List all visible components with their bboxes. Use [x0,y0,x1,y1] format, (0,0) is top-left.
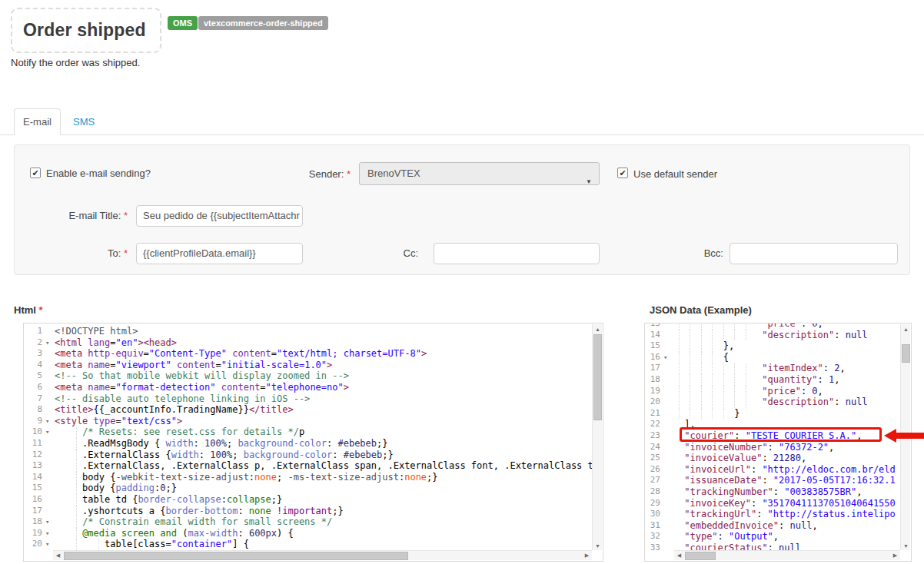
fold-gutter [663,396,673,408]
line-number: 14 [645,330,663,341]
code-text: <title>{{_accountInfo.TradingName}}</tit… [53,404,592,416]
fold-arrow-icon[interactable]: ▾ [45,539,53,550]
enable-email-checkbox[interactable]: ✔ [30,168,41,178]
indent-guide [77,539,99,550]
scroll-left-icon[interactable]: ◀ [674,551,684,560]
indent-guide [690,340,700,352]
code-text: "trackingUrl": "http://status.intelipo [673,509,900,520]
code-line: 14 "description": null [645,330,900,341]
cc-label: Cc: [367,247,418,259]
indent-guide [55,450,77,461]
line-number: 2 [24,337,45,349]
indent-guide [701,363,712,374]
fold-gutter [663,386,673,397]
indent-guide [701,330,712,341]
json-data-label: JSON Data (Example) [650,304,752,316]
hscroll-thumb[interactable] [64,552,408,560]
cc-input[interactable] [434,243,600,264]
sender-select[interactable]: BrenoVTEX ▼ [359,162,600,185]
line-number: 17 [24,506,45,517]
to-label: To: * [78,247,128,259]
code-line: 8<title>{{_accountInfo.TradingName}}</ti… [24,404,592,416]
fold-gutter [663,430,673,442]
order-shipped-template-page: Order shipped OMS vtexcommerce-order-shi… [0,0,924,564]
bcc-input[interactable] [730,243,898,264]
vscroll-thumb[interactable] [593,334,602,420]
fold-gutter [663,542,673,550]
fold-gutter [663,453,673,464]
code-line: 31 "embeddedInvoice": null, [645,520,900,532]
code-line: 17 "itemIndex": 2, [645,363,900,374]
line-number: 19 [24,528,45,539]
use-default-sender-checkbox[interactable]: ✔ [617,168,628,178]
code-text: body {padding:0;} [53,483,592,494]
fold-arrow-icon[interactable]: ▾ [45,528,53,539]
code-text: .ReadMsgBody { width: 100%; background-c… [53,438,592,450]
tab-email[interactable]: E-mail [14,108,61,135]
code-line: 9▾<style type="text/css"> [24,416,592,427]
scroll-right-icon[interactable]: ▶ [890,551,900,560]
fold-gutter [663,531,673,542]
fold-arrow-icon[interactable]: ▾ [663,352,673,363]
code-line: 28 "trackingNumber": "003838575BR", [645,486,900,498]
code-line: 25 "invoiceValue": 21280, [645,453,900,464]
tab-sms[interactable]: SMS [73,108,95,134]
indent-guide [55,516,77,528]
line-number: 15 [645,340,663,352]
line-number: 4 [24,360,45,371]
vscroll-thumb[interactable] [902,344,910,363]
line-number: 9 [24,416,45,427]
code-line: 4<meta name="viewport" content="initial-… [24,360,592,371]
hscroll-thumb[interactable] [685,552,716,560]
code-text: body {-webkit-text-size-adjust:none; -ms… [53,472,592,483]
code-line: 32 "type": "Output", [645,531,900,542]
html-editor-code[interactable]: 1<!DOCTYPE html>2▾<html lang="en"><head>… [24,323,592,550]
scroll-down-icon[interactable]: ▼ [901,541,911,550]
html-editor-vscrollbar[interactable]: ▲ ▼ [592,324,602,550]
scroll-up-icon[interactable]: ▲ [901,324,911,333]
indent-guide [679,352,690,363]
scroll-left-icon[interactable]: ◀ [53,551,63,560]
fold-gutter [45,370,53,382]
arrow-shaft [896,433,924,439]
scroll-down-icon[interactable]: ▼ [593,541,603,550]
line-number: 12 [24,450,45,461]
code-line: 30 "trackingUrl": "http://status.intelip… [645,509,900,520]
line-number: 16 [24,494,45,506]
json-editor-hscrollbar[interactable]: ◀ ▶ [674,550,900,560]
code-line: 14 body {-webkit-text-size-adjust:none; … [24,472,592,483]
to-input[interactable]: {{clientProfileData.email}} [136,243,303,264]
line-number: 16 [645,352,663,363]
template-id-badge: vtexcommerce-order-shipped [198,16,328,30]
code-text: "description": null [673,330,900,341]
html-code-editor[interactable]: 1<!DOCTYPE html>2▾<html lang="en"><head>… [23,323,603,562]
fold-arrow-icon[interactable]: ▾ [45,416,53,427]
annotation-highlight-box [680,427,882,442]
indent-guide [712,323,723,330]
indent-guide [746,386,756,397]
code-line: 5<!-- So that mobile webkit will display… [24,370,592,382]
line-number: 10 [24,426,45,438]
indent-guide [690,352,700,363]
code-text: <meta http-equiv="Content-Type" content=… [53,348,592,360]
scroll-right-icon[interactable]: ▶ [582,551,592,560]
scroll-up-icon[interactable]: ▲ [593,324,603,333]
indent-guide [690,396,700,408]
fold-arrow-icon[interactable]: ▾ [45,426,53,438]
email-title-input[interactable]: Seu pedido de {{subjectItemAttachr [136,205,303,227]
code-text: "issuanceDate": "2017-05-05T17:16:32.1 [673,475,900,486]
code-line: 26 "invoiceUrl": "http://eldoc.com.br/el… [645,464,900,476]
oms-badge: OMS [168,16,198,30]
json-data-editor[interactable]: 13 "price": 0,14 "description": null15},… [644,323,912,562]
code-line: 15}, [645,340,900,352]
code-line: 1<!DOCTYPE html> [24,326,592,337]
line-number: 32 [645,531,663,542]
fold-arrow-icon[interactable]: ▾ [45,337,53,349]
code-text: <style type="text/css"> [53,416,592,427]
line-number: 24 [645,442,663,453]
code-line: 19▾ @media screen and (max-width: 600px)… [24,528,592,539]
indent-guide [723,408,734,420]
html-editor-hscrollbar[interactable]: ◀ ▶ [53,550,592,560]
indent-guide [734,396,745,408]
fold-arrow-icon[interactable]: ▾ [45,516,53,528]
